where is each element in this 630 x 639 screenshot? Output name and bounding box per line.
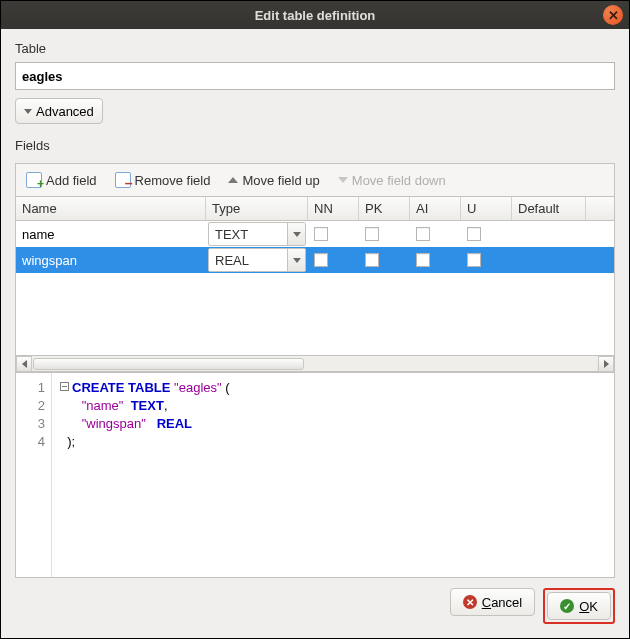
nn-checkbox[interactable] <box>314 253 328 267</box>
pk-checkbox[interactable] <box>365 227 379 241</box>
move-up-button[interactable]: Move field up <box>228 173 319 188</box>
dialog-window: Edit table definition ✕ Table Advanced F… <box>0 0 630 639</box>
col-nn[interactable]: NN <box>308 197 359 220</box>
add-field-button[interactable]: Add field <box>26 172 97 188</box>
scroll-track[interactable] <box>33 357 597 371</box>
cancel-icon: ✕ <box>463 595 477 609</box>
ai-checkbox[interactable] <box>416 253 430 267</box>
ok-label: OK <box>579 599 598 614</box>
move-down-button: Move field down <box>338 173 446 188</box>
close-icon[interactable]: ✕ <box>603 5 623 25</box>
type-select[interactable]: TEXT <box>208 222 306 246</box>
titlebar: Edit table definition ✕ <box>1 1 629 29</box>
sql-code[interactable]: CREATE TABLE "eagles" ( "name" TEXT, "wi… <box>52 373 238 577</box>
cell-default[interactable] <box>512 221 586 247</box>
u-checkbox[interactable] <box>467 227 481 241</box>
cell-default[interactable] <box>512 247 586 273</box>
table-name-input[interactable] <box>15 62 615 90</box>
scroll-left-icon[interactable] <box>16 356 32 372</box>
dialog-footer: ✕ Cancel ✓ OK <box>1 578 629 638</box>
table-row[interactable]: name TEXT <box>16 221 614 247</box>
col-u[interactable]: U <box>461 197 512 220</box>
advanced-button[interactable]: Advanced <box>15 98 103 124</box>
u-checkbox[interactable] <box>467 253 481 267</box>
nn-checkbox[interactable] <box>314 227 328 241</box>
scroll-right-icon[interactable] <box>598 356 614 372</box>
col-type[interactable]: Type <box>206 197 308 220</box>
remove-field-button[interactable]: Remove field <box>115 172 211 188</box>
fields-label: Fields <box>15 138 615 153</box>
col-ai[interactable]: AI <box>410 197 461 220</box>
add-icon <box>26 172 42 188</box>
triangle-up-icon <box>228 177 238 183</box>
cell-type[interactable]: TEXT <box>206 221 308 247</box>
add-field-label: Add field <box>46 173 97 188</box>
line-gutter: 1 2 3 4 <box>16 373 52 577</box>
fields-panel: Add field Remove field Move field up Mov… <box>15 163 615 578</box>
ai-checkbox[interactable] <box>416 227 430 241</box>
fold-icon[interactable] <box>60 382 69 391</box>
grid-header: Name Type NN PK AI U Default <box>16 197 614 221</box>
chevron-down-icon <box>24 109 32 114</box>
advanced-label: Advanced <box>36 104 94 119</box>
pk-checkbox[interactable] <box>365 253 379 267</box>
col-name[interactable]: Name <box>16 197 206 220</box>
table-row[interactable]: wingspan REAL <box>16 247 614 273</box>
cell-name[interactable]: wingspan <box>16 247 206 273</box>
cancel-button[interactable]: ✕ Cancel <box>450 588 535 616</box>
ok-icon: ✓ <box>560 599 574 613</box>
sql-preview: 1 2 3 4 CREATE TABLE "eagles" ( "name" T… <box>16 372 614 577</box>
remove-field-label: Remove field <box>135 173 211 188</box>
horizontal-scrollbar[interactable] <box>16 356 614 372</box>
dialog-body: Table Advanced Fields Add field Remove f… <box>1 29 629 578</box>
move-down-label: Move field down <box>352 173 446 188</box>
chevron-down-icon[interactable] <box>287 249 305 271</box>
move-up-label: Move field up <box>242 173 319 188</box>
cell-type[interactable]: REAL <box>206 247 308 273</box>
type-select[interactable]: REAL <box>208 248 306 272</box>
chevron-down-icon[interactable] <box>287 223 305 245</box>
cell-name[interactable]: name <box>16 221 206 247</box>
scroll-thumb[interactable] <box>33 358 304 370</box>
col-default[interactable]: Default <box>512 197 586 220</box>
type-select-value: TEXT <box>209 227 287 242</box>
remove-icon <box>115 172 131 188</box>
ok-button[interactable]: ✓ OK <box>547 592 611 620</box>
triangle-down-icon <box>338 177 348 183</box>
fields-toolbar: Add field Remove field Move field up Mov… <box>16 164 614 196</box>
col-pk[interactable]: PK <box>359 197 410 220</box>
cancel-label: Cancel <box>482 595 522 610</box>
fields-grid: Name Type NN PK AI U Default name TEXT <box>16 196 614 356</box>
window-title: Edit table definition <box>255 8 376 23</box>
ok-button-highlight: ✓ OK <box>543 588 615 624</box>
type-select-value: REAL <box>209 253 287 268</box>
table-label: Table <box>15 41 615 56</box>
